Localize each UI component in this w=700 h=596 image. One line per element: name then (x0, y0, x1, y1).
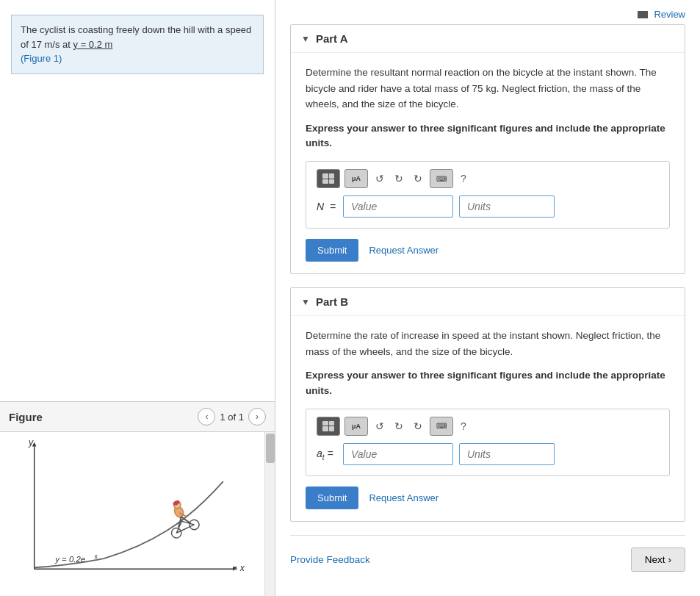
matrix-icon-b (322, 421, 334, 431)
part-a-refresh-button[interactable]: ↻ (411, 171, 425, 186)
review-link[interactable]: Review (638, 9, 685, 20)
part-a-toolbar: μΑ ↺ ↻ ↻ ⌨ ? (317, 169, 659, 188)
part-b-answer-container: μΑ ↺ ↻ ↻ ⌨ ? at = (306, 409, 670, 476)
figure-section: Figure ‹ 1 of 1 › x y (0, 401, 275, 596)
part-a-keyboard-button[interactable]: ⌨ (430, 169, 453, 188)
part-a-input-row: N = (317, 195, 659, 218)
part-a-submit-button[interactable]: Submit (306, 239, 358, 262)
figure-prev-button[interactable]: ‹ (198, 408, 215, 426)
figure-scrollbar[interactable] (264, 432, 275, 596)
part-a-value-input[interactable] (343, 195, 453, 218)
part-a-body: Determine the resultant normal reaction … (291, 53, 685, 273)
figure-nav: ‹ 1 of 1 › (198, 408, 266, 426)
figure-image-area: x y y = 0.2e x (0, 432, 275, 596)
problem-text-box: The cyclist is coasting freely down the … (11, 15, 264, 74)
part-a-units-input[interactable] (459, 195, 555, 218)
part-b-undo-button[interactable]: ↺ (372, 419, 387, 434)
figure-scroll-thumb (266, 434, 275, 463)
part-a-request-answer-link[interactable]: Request Answer (369, 245, 439, 256)
part-a-answer-container: μΑ ↺ ↻ ↻ ⌨ ? N = (306, 161, 670, 229)
mu-label: μΑ (352, 175, 361, 182)
review-icon (638, 11, 648, 18)
part-a-input-label: N = (317, 201, 337, 212)
figure-canvas: x y y = 0.2e x (0, 432, 275, 596)
part-a-undo-button[interactable]: ↺ (372, 171, 387, 186)
right-panel: Review ▼ Part A Determine the resultant … (275, 0, 700, 596)
svg-text:x: x (239, 563, 245, 573)
bottom-nav: Provide Feedback Next › (290, 535, 685, 575)
part-a-mu-button[interactable]: μΑ (344, 169, 368, 188)
part-b-header[interactable]: ▼ Part B (291, 288, 685, 316)
problem-underline-text: y = 0.2 m (73, 39, 113, 50)
provide-feedback-link[interactable]: Provide Feedback (290, 554, 370, 565)
part-b-request-answer-link[interactable]: Request Answer (369, 492, 439, 503)
part-b-title: Part B (316, 295, 348, 308)
svg-point-9 (188, 518, 201, 531)
part-b-help-button[interactable]: ? (458, 419, 469, 434)
keyboard-icon: ⌨ (436, 175, 447, 183)
figure-link[interactable]: (Figure 1) (21, 53, 62, 64)
svg-text:x: x (95, 553, 98, 560)
left-panel: The cyclist is coasting freely down the … (0, 0, 275, 596)
part-a-section: ▼ Part A Determine the resultant normal … (290, 24, 685, 274)
part-a-instruction: Express your answer to three significant… (306, 121, 670, 151)
part-b-matrix-button[interactable] (317, 417, 340, 436)
next-button[interactable]: Next › (631, 547, 685, 572)
review-link-row: Review (290, 0, 685, 24)
next-arrow-icon: › (668, 554, 672, 565)
figure-header: Figure ‹ 1 of 1 › (0, 401, 275, 432)
svg-text:y = 0.2e: y = 0.2e (54, 555, 85, 564)
part-a-matrix-button[interactable] (317, 169, 340, 188)
figure-title: Figure (9, 411, 43, 423)
part-b-section: ▼ Part B Determine the rate of increase … (290, 287, 685, 522)
part-b-refresh-button[interactable]: ↻ (411, 419, 425, 434)
part-b-body: Determine the rate of increase in speed … (291, 316, 685, 521)
keyboard-icon-b: ⌨ (436, 422, 447, 430)
part-a-action-row: Submit Request Answer (306, 239, 670, 262)
part-b-redo-button[interactable]: ↻ (392, 419, 406, 434)
part-b-arrow-icon: ▼ (301, 297, 310, 307)
svg-text:y: y (28, 439, 34, 448)
problem-text: The cyclist is coasting freely down the … (21, 24, 251, 50)
part-b-value-input[interactable] (343, 443, 453, 465)
part-b-mu-button[interactable]: μΑ (344, 417, 368, 436)
figure-next-button[interactable]: › (248, 408, 266, 426)
next-label: Next (645, 554, 665, 565)
mu-label-b: μΑ (352, 423, 361, 430)
part-a-arrow-icon: ▼ (301, 34, 310, 44)
figure-svg: x y y = 0.2e x (7, 439, 257, 586)
part-b-toolbar: μΑ ↺ ↻ ↻ ⌨ ? (317, 417, 659, 436)
part-b-keyboard-button[interactable]: ⌨ (430, 417, 453, 436)
part-b-action-row: Submit Request Answer (306, 487, 670, 509)
figure-counter: 1 of 1 (220, 412, 244, 423)
part-a-help-button[interactable]: ? (458, 171, 469, 186)
part-b-submit-button[interactable]: Submit (306, 487, 358, 509)
part-b-units-input[interactable] (459, 443, 555, 465)
part-a-title: Part A (316, 32, 348, 45)
part-b-description: Determine the rate of increase in speed … (306, 328, 670, 359)
matrix-icon (322, 173, 334, 184)
part-b-input-label: at = (317, 448, 337, 462)
part-b-input-row: at = (317, 443, 659, 465)
part-a-redo-button[interactable]: ↻ (392, 171, 406, 186)
part-b-instruction: Express your answer to three significant… (306, 368, 670, 398)
part-a-description: Determine the resultant normal reaction … (306, 65, 670, 112)
part-a-header[interactable]: ▼ Part A (291, 25, 685, 53)
